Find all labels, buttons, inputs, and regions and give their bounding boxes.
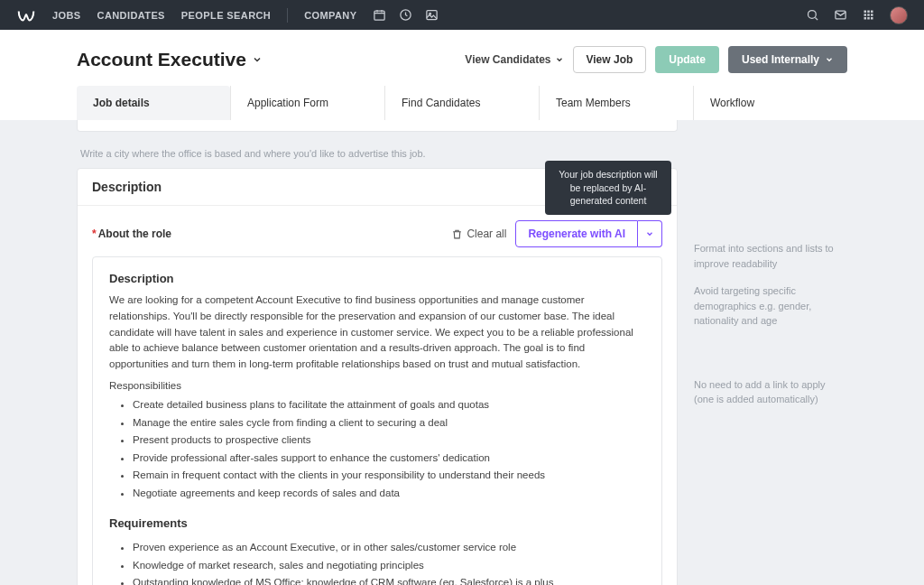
svg-rect-7 [867,11,870,14]
content-column: Write a city where the office is based a… [77,120,678,585]
tab-job-details[interactable]: Job details [77,86,230,120]
trash-icon [451,228,463,240]
clock-icon[interactable] [399,8,412,22]
calendar-icon[interactable] [373,8,386,22]
main: Write a city where the office is based a… [60,120,864,585]
svg-point-4 [808,11,817,19]
svg-rect-12 [864,17,867,20]
header: Account Executive View Candidates View J… [0,30,924,120]
view-job-button[interactable]: View Job [573,46,647,73]
about-role-text: About the role [98,228,171,240]
list-item: Create detailed business plans to facili… [133,396,645,414]
update-button[interactable]: Update [655,46,719,73]
city-card-bottom [77,120,678,132]
responsibilities-list: Create detailed business plans to facili… [109,396,645,502]
about-role-label: *About the role [92,228,171,240]
requirements-heading: Requirements [109,516,645,530]
tab-team-members[interactable]: Team Members [539,86,693,120]
description-card: Description *About the role Clear all Re… [77,168,678,585]
image-icon[interactable] [425,8,439,22]
used-internally-button[interactable]: Used Internally [728,46,847,73]
topnav-company[interactable]: COMPANY [304,10,356,21]
svg-rect-8 [871,11,873,14]
desc-heading: Description [109,272,645,285]
topnav-icons [373,8,439,22]
list-item: Present products to prospective clients [133,432,645,450]
tab-application-form[interactable]: Application Form [230,86,384,120]
side-tips: Format into sections and lists to improv… [694,241,847,407]
svg-rect-11 [871,14,873,16]
list-item: Outstanding knowledge of MS Office; know… [133,574,645,585]
list-item: Remain in frequent contact with the clie… [133,467,645,485]
topbar-left: JOBS CANDIDATES PEOPLE SEARCH COMPANY [16,5,439,25]
tabs: Job details Application Form Find Candid… [77,86,847,120]
list-item: Negotiate agreements and keep records of… [133,485,645,503]
topbar: JOBS CANDIDATES PEOPLE SEARCH COMPANY [0,0,924,30]
title-actions: View Candidates View Job Update Used Int… [465,46,847,73]
description-editor[interactable]: Description We are looking for a compete… [92,256,662,585]
svg-rect-9 [864,14,867,16]
about-row: *About the role Clear all Regenerate wit… [92,220,662,247]
search-icon[interactable] [806,8,819,22]
list-item: Proven experience as an Account Executiv… [133,539,645,557]
title-row: Account Executive View Candidates View J… [77,41,847,80]
regenerate-dropdown[interactable] [638,220,662,247]
tab-workflow[interactable]: Workflow [693,86,847,120]
requirements-list: Proven experience as an Account Executiv… [109,539,645,585]
chevron-down-icon [825,55,834,64]
logo[interactable] [16,5,36,25]
svg-rect-6 [864,11,867,14]
regenerate-tooltip: Your job description will be replaced by… [545,161,671,215]
tip-text: No need to add a link to apply (one is a… [694,377,847,407]
topnav-people-search[interactable]: PEOPLE SEARCH [181,10,271,21]
topnav: JOBS CANDIDATES PEOPLE SEARCH COMPANY [52,8,356,23]
used-internally-label: Used Internally [742,53,819,66]
mail-icon[interactable] [834,8,847,22]
svg-rect-13 [867,17,870,20]
topbar-right [806,6,908,24]
list-item: Knowledge of market research, sales and … [133,557,645,575]
tab-find-candidates[interactable]: Find Candidates [384,86,539,120]
responsibilities-heading: Responsibilities [109,380,645,391]
view-candidates-label: View Candidates [465,53,550,66]
topnav-candidates[interactable]: CANDIDATES [97,10,165,21]
tip-text: Format into sections and lists to improv… [694,241,847,271]
chevron-down-icon [555,55,564,64]
page-title[interactable]: Account Executive [77,49,263,70]
svg-rect-14 [871,17,873,20]
apps-icon[interactable] [862,8,875,22]
clear-all-button[interactable]: Clear all [451,228,506,240]
regenerate-group: Regenerate with AI [515,220,662,247]
chevron-down-icon [252,54,263,65]
list-item: Manage the entire sales cycle from findi… [133,414,645,432]
view-candidates-link[interactable]: View Candidates [465,53,563,66]
side-column: Format into sections and lists to improv… [694,127,847,420]
topnav-jobs[interactable]: JOBS [52,10,81,21]
page-title-text: Account Executive [77,49,246,70]
chevron-down-icon [645,229,654,238]
list-item: Provide professional after-sales support… [133,450,645,468]
tip-text: Avoid targeting specific demographics e.… [694,283,847,329]
regenerate-button[interactable]: Regenerate with AI [515,220,638,247]
avatar[interactable] [890,6,908,24]
svg-rect-10 [867,14,870,16]
clear-all-label: Clear all [467,228,506,240]
svg-rect-0 [374,11,384,20]
topnav-separator [287,8,288,23]
desc-intro: We are looking for a competent Account E… [109,292,645,373]
